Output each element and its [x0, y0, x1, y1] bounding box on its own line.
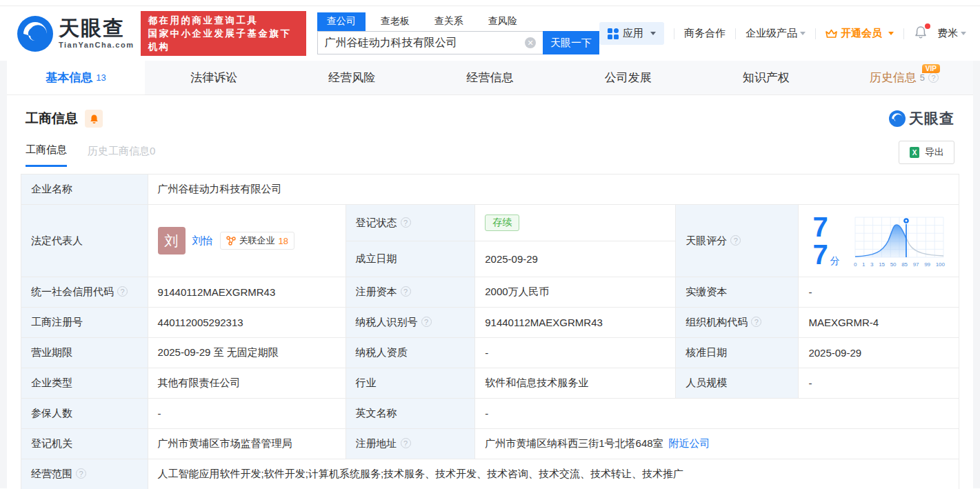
table-row: 工商注册号 440112005292313 纳税人识别号 91440112MAE… [21, 308, 959, 338]
tab-label: 经营信息 [466, 70, 513, 86]
axis-tick: 97 [913, 261, 919, 268]
value-approval-date: 2025-09-29 [799, 338, 959, 368]
help-icon[interactable] [117, 286, 128, 297]
help-icon[interactable] [401, 286, 411, 297]
avatar[interactable]: 刘 [158, 227, 186, 255]
search-tab-company[interactable]: 查公司 [317, 12, 366, 31]
nav-cooperation[interactable]: 商务合作 [684, 27, 726, 40]
export-button[interactable]: X 导出 [899, 141, 954, 164]
label-business-term: 营业期限 [21, 338, 148, 368]
legal-rep-name-link[interactable]: 刘怡 [192, 234, 213, 248]
tab-intellectual-property[interactable]: 知识产权 [697, 61, 835, 94]
label-registration-status: 登记状态 [346, 205, 475, 241]
label-staff-size: 人员规模 [676, 368, 799, 399]
score-number: 77 [812, 212, 828, 270]
help-icon[interactable] [76, 468, 86, 479]
tab-business-info[interactable]: 经营信息 [421, 61, 559, 94]
svg-text:X: X [912, 149, 917, 157]
chevron-down-icon [961, 32, 966, 35]
score-axis-ticks: 0131550859799100 [854, 261, 945, 268]
divider [735, 28, 736, 39]
search-button[interactable]: 天眼一下 [543, 31, 599, 54]
help-icon[interactable] [401, 217, 411, 228]
axis-tick: 100 [936, 261, 945, 268]
logo-swirl-icon [17, 16, 53, 52]
label-company-name: 企业名称 [21, 174, 148, 205]
value-tianyan-score: 77分 [799, 205, 959, 277]
label-industry: 行业 [346, 368, 475, 399]
tab-label: 知识产权 [743, 70, 790, 86]
label-english-name: 英文名称 [346, 399, 475, 429]
value-industry: 软件和信息技术服务业 [475, 368, 676, 399]
tab-label: 公司发展 [605, 70, 652, 86]
orange-bell-icon [89, 114, 99, 124]
search-input[interactable] [325, 37, 525, 49]
search-tab-relation[interactable]: 查关系 [425, 12, 473, 31]
value-registration-number: 440112005292313 [148, 308, 346, 338]
vip-label: 开通会员 [841, 27, 882, 40]
related-companies-label: 关联企业 [239, 234, 275, 247]
value-registered-capital: 2000万人民币 [475, 277, 676, 308]
nav-enterprise-products[interactable]: 企业级产品 [746, 27, 806, 40]
divider [674, 28, 674, 39]
value-establish-date: 2025-09-29 [475, 241, 676, 277]
open-vip-button[interactable]: 开通会员 [826, 27, 894, 40]
help-icon[interactable] [928, 72, 939, 83]
subtab-business-info[interactable]: 工商信息 [26, 143, 67, 167]
chevron-down-icon [888, 32, 894, 35]
clear-search-icon[interactable]: ✕ [525, 37, 536, 48]
label-approval-date: 核准日期 [676, 338, 799, 368]
value-taxpayer-id: 91440112MAEXGRMR43 [475, 308, 676, 338]
excel-icon: X [909, 147, 920, 158]
tab-label: 经营风险 [328, 70, 375, 86]
search-tab-risk[interactable]: 查风险 [479, 12, 527, 31]
monitor-bell-button[interactable] [85, 110, 103, 128]
tab-legal-proceedings[interactable]: 法律诉讼 [145, 61, 283, 94]
axis-tick: 0 [854, 261, 857, 268]
help-icon[interactable] [401, 438, 411, 448]
table-row: 经营范围 人工智能应用软件开发;软件开发;计算机系统服务;技术服务、技术开发、技… [21, 459, 959, 489]
tab-operating-risk[interactable]: 经营风险 [283, 61, 421, 94]
related-companies-count: 18 [279, 236, 288, 246]
tab-basic-info[interactable]: 基本信息 13 [7, 61, 145, 94]
table-row: 企业类型 其他有限责任公司 行业 软件和信息技术服务业 人员规模 - [21, 368, 959, 399]
score-number-wrap: 77分 [812, 213, 843, 268]
export-label: 导出 [925, 146, 944, 159]
label-registered-address: 注册地址 [346, 429, 475, 459]
subtab-history-business-info[interactable]: 历史工商信息0 [88, 145, 155, 166]
related-companies-badge[interactable]: 关联企业 18 [220, 232, 294, 250]
label-taxpayer-id: 纳税人识别号 [346, 308, 475, 338]
value-registration-status: 存续 [475, 205, 676, 241]
divider [815, 28, 816, 39]
notification-dot [925, 23, 930, 29]
chevron-down-icon [800, 32, 806, 35]
value-paid-capital: - [799, 277, 959, 308]
label-establish-date: 成立日期 [346, 241, 475, 277]
nearby-companies-link[interactable]: 附近公司 [669, 437, 710, 449]
label-company-type: 企业类型 [21, 368, 148, 399]
search-tab-boss[interactable]: 查老板 [371, 12, 419, 31]
watermark-logo-icon [889, 110, 906, 127]
label-credit-code: 统一社会信用代码 [21, 277, 148, 308]
help-icon[interactable] [421, 317, 432, 327]
help-icon[interactable] [751, 317, 761, 327]
user-menu[interactable]: 费米 [937, 27, 966, 40]
table-row: 企业名称 广州谷硅动力科技有限公司 [21, 174, 959, 205]
watermark-text: 天眼查 [909, 109, 954, 128]
tab-count: 5 [920, 72, 925, 83]
tianyancha-logo[interactable]: 天眼查 TianYanCha.com [17, 16, 134, 52]
section-header: 工商信息 天眼查 [7, 95, 973, 128]
logo-domain-text: TianYanCha.com [59, 41, 134, 49]
page-body: 基本信息 13 法律诉讼 经营风险 经营信息 公司发展 知识产权 VIP 历史信… [0, 61, 980, 488]
value-insured-count: - [148, 399, 346, 429]
chevron-down-icon [650, 32, 656, 35]
tab-history-info[interactable]: VIP 历史信息 5 [835, 61, 973, 94]
tab-company-development[interactable]: 公司发展 [559, 61, 697, 94]
value-english-name: - [475, 399, 959, 429]
slogan-banner: 都在用的商业查询工具 国家中小企业发展子基金旗下机构 [141, 11, 306, 56]
apps-menu[interactable]: 应用 [599, 22, 664, 45]
notifications-button[interactable] [914, 26, 928, 41]
help-icon[interactable] [730, 235, 741, 246]
value-staff-size: - [799, 368, 959, 399]
value-credit-code: 91440112MAEXGRMR43 [148, 277, 346, 308]
